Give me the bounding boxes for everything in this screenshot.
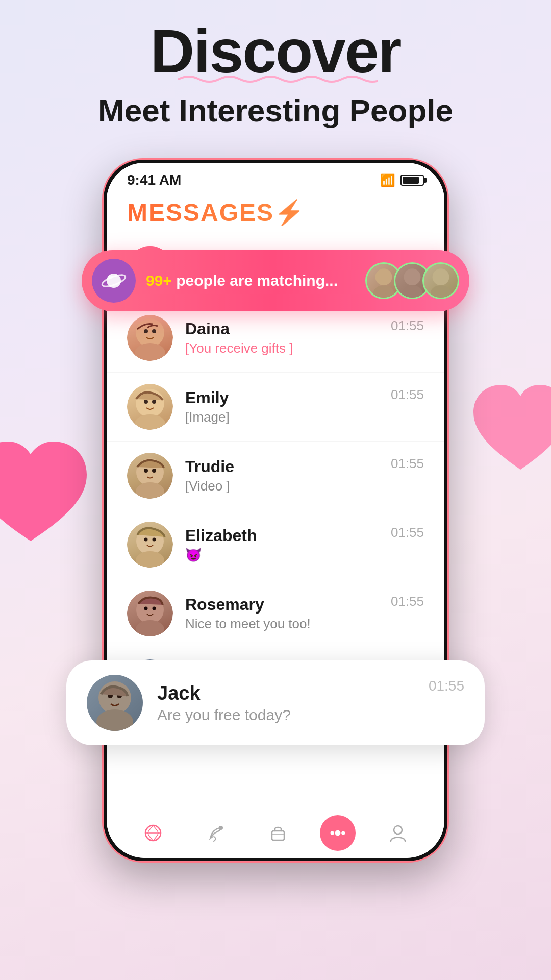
jack-notification-card[interactable]: Jack Are you free today? 01:55 bbox=[66, 660, 485, 745]
header-section: Discover Meet Interesting People bbox=[0, 20, 551, 130]
svg-rect-26 bbox=[272, 831, 284, 840]
svg-point-7 bbox=[152, 400, 156, 404]
avatar-elizabeth bbox=[127, 522, 173, 568]
list-item[interactable]: Rosemary Nice to meet you too! 01:55 bbox=[107, 579, 444, 648]
list-item[interactable]: Trudie [Video ] 01:55 bbox=[107, 442, 444, 510]
svg-point-15 bbox=[153, 538, 156, 542]
svg-point-3 bbox=[152, 329, 156, 333]
nav-profile[interactable] bbox=[378, 813, 418, 853]
svg-point-17 bbox=[136, 620, 164, 636]
svg-point-42 bbox=[96, 709, 133, 731]
bottom-navigation bbox=[107, 807, 444, 858]
banner-avatar-group bbox=[365, 262, 459, 299]
svg-point-34 bbox=[108, 275, 112, 279]
jack-message: Are you free today? bbox=[157, 706, 464, 724]
messages-header: MESSAGES⚡ bbox=[107, 193, 444, 235]
message-time: 01:55 bbox=[391, 594, 424, 609]
svg-point-25 bbox=[219, 826, 223, 830]
svg-point-28 bbox=[335, 830, 341, 836]
message-content: Trudie [Video ] bbox=[185, 457, 424, 494]
banner-text: 99+ people are matching... bbox=[146, 272, 365, 289]
svg-point-29 bbox=[331, 831, 334, 835]
jack-name: Jack bbox=[157, 682, 464, 704]
message-sender-name: Daina bbox=[185, 320, 424, 338]
nav-explore[interactable] bbox=[195, 813, 236, 853]
message-sender-name: Rosemary bbox=[185, 595, 424, 614]
avatar-rosemary bbox=[127, 591, 173, 636]
discover-title: Discover bbox=[0, 20, 551, 82]
avatar-emily bbox=[127, 384, 173, 430]
svg-point-19 bbox=[153, 607, 156, 610]
message-content: Daina [You receive gifts ] bbox=[185, 320, 424, 356]
status-icons: 📶 bbox=[380, 173, 424, 187]
svg-point-30 bbox=[342, 831, 345, 835]
svg-point-36 bbox=[373, 285, 394, 299]
jack-avatar bbox=[87, 675, 143, 731]
list-item[interactable]: Elizabeth 😈 01:55 bbox=[107, 510, 444, 579]
svg-point-40 bbox=[431, 285, 451, 299]
message-time: 01:55 bbox=[391, 525, 424, 541]
svg-point-6 bbox=[144, 400, 148, 404]
list-item[interactable]: Emily [Image] 01:55 bbox=[107, 373, 444, 442]
deco-heart-left bbox=[0, 439, 92, 553]
svg-point-13 bbox=[136, 551, 164, 568]
message-preview: [Image] bbox=[185, 409, 424, 425]
matching-banner[interactable]: 99+ people are matching... bbox=[82, 250, 469, 311]
svg-point-37 bbox=[404, 268, 421, 285]
message-time: 01:55 bbox=[391, 387, 424, 403]
svg-point-18 bbox=[144, 607, 148, 610]
svg-point-2 bbox=[144, 329, 148, 333]
message-content: Elizabeth 😈 bbox=[185, 526, 424, 563]
banner-avatar-3 bbox=[422, 262, 459, 299]
message-preview: Nice to meet you too! bbox=[185, 616, 424, 632]
svg-point-10 bbox=[144, 469, 148, 473]
avatar-trudie bbox=[127, 453, 173, 499]
status-bar: 9:41 AM 📶 bbox=[107, 163, 444, 193]
svg-point-39 bbox=[433, 268, 449, 285]
message-sender-name: Elizabeth bbox=[185, 526, 424, 545]
messages-title: MESSAGES⚡ bbox=[127, 199, 306, 226]
message-sender-name: Emily bbox=[185, 388, 424, 407]
svg-point-0 bbox=[136, 318, 164, 347]
message-preview: [You receive gifts ] bbox=[185, 340, 424, 356]
jack-content: Jack Are you free today? bbox=[157, 682, 464, 724]
banner-planet-icon bbox=[92, 259, 136, 303]
svg-point-1 bbox=[135, 343, 165, 361]
wifi-icon: 📶 bbox=[380, 173, 395, 187]
jack-time: 01:55 bbox=[429, 678, 464, 694]
svg-point-5 bbox=[135, 414, 165, 430]
svg-point-14 bbox=[144, 538, 148, 542]
message-content: Rosemary Nice to meet you too! bbox=[185, 595, 424, 632]
svg-point-31 bbox=[394, 826, 402, 834]
message-preview: [Video ] bbox=[185, 478, 424, 494]
svg-point-9 bbox=[136, 482, 164, 499]
message-preview: 😈 bbox=[185, 547, 424, 563]
avatar-daina bbox=[127, 315, 173, 361]
subtitle-text: Meet Interesting People bbox=[0, 92, 551, 130]
nav-discover[interactable] bbox=[133, 813, 173, 853]
list-item[interactable]: Daina [You receive gifts ] 01:55 bbox=[107, 304, 444, 373]
message-sender-name: Trudie bbox=[185, 457, 424, 476]
deco-heart-right bbox=[469, 383, 551, 479]
message-content: Emily [Image] bbox=[185, 388, 424, 425]
nav-store[interactable] bbox=[258, 813, 298, 853]
svg-point-35 bbox=[375, 268, 392, 285]
status-time: 9:41 AM bbox=[127, 172, 181, 188]
nav-messages[interactable] bbox=[320, 815, 356, 851]
battery-icon bbox=[400, 175, 424, 186]
svg-point-38 bbox=[402, 285, 422, 299]
message-time: 01:55 bbox=[391, 318, 424, 334]
svg-point-11 bbox=[152, 469, 156, 473]
message-time: 01:55 bbox=[391, 456, 424, 472]
